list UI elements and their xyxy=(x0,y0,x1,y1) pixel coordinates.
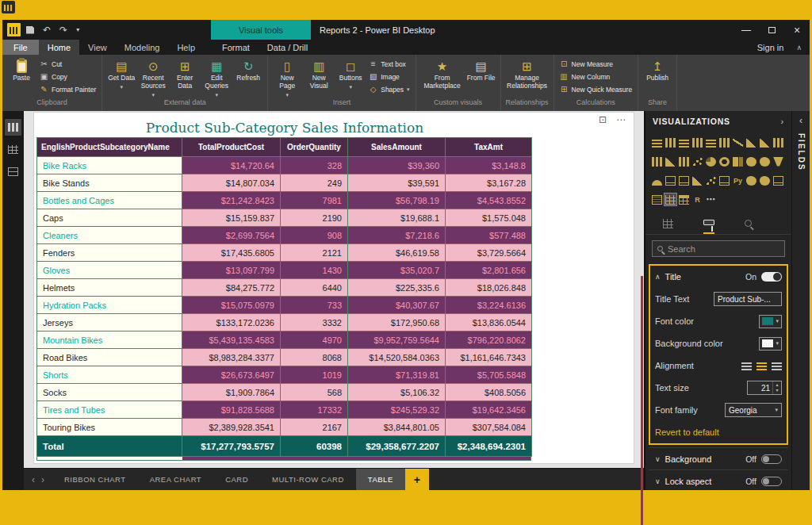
stepper-arrows-icon[interactable]: ▴▾ xyxy=(772,381,781,394)
viz-icon[interactable]: Py xyxy=(732,174,744,186)
tab-analytics[interactable] xyxy=(745,213,752,234)
sign-in-link[interactable]: Sign in xyxy=(757,43,784,52)
from-file-button[interactable]: ▤ From File xyxy=(466,56,496,82)
align-left-button[interactable] xyxy=(741,362,752,370)
minimize-button[interactable]: — xyxy=(733,20,759,40)
viz-icon[interactable] xyxy=(691,136,703,148)
viz-icon[interactable]: ⋯ xyxy=(705,194,717,205)
viz-icon[interactable] xyxy=(705,136,717,148)
format-painter-button[interactable]: ✎Format Painter xyxy=(40,84,96,94)
expand-section-icon[interactable]: ∨ xyxy=(655,477,661,485)
page-tab[interactable]: CARD xyxy=(213,469,260,490)
data-view-button[interactable] xyxy=(5,141,21,158)
file-menu-button[interactable]: File xyxy=(2,40,39,55)
new-visual-button[interactable]: ▥ New Visual xyxy=(304,56,334,90)
customize-toolbar-caret-icon[interactable]: ▾ xyxy=(76,26,79,33)
ribbon-tab[interactable]: Home xyxy=(39,40,79,55)
collapse-visualizations-icon[interactable]: › xyxy=(781,117,784,126)
revert-to-default-link[interactable]: Revert to default xyxy=(655,427,719,437)
cut-button[interactable]: ✂Cut xyxy=(40,59,96,69)
ribbon-tab[interactable]: Help xyxy=(168,40,204,55)
viz-icon[interactable] xyxy=(745,155,757,167)
save-icon[interactable] xyxy=(26,26,34,34)
enter-data-button[interactable]: ⊞ Enter Data xyxy=(170,56,200,90)
format-search-box[interactable] xyxy=(652,240,785,257)
background-color-dropdown[interactable]: ▾ xyxy=(759,337,782,351)
refresh-button[interactable]: ↻ Refresh xyxy=(233,56,263,82)
close-button[interactable]: × xyxy=(784,20,810,40)
viz-icon[interactable]: R xyxy=(691,194,703,205)
column-header[interactable]: TotalProductCost xyxy=(182,138,281,157)
viz-icon[interactable] xyxy=(772,174,784,186)
expand-fields-icon[interactable]: ‹ xyxy=(799,115,802,126)
viz-icon[interactable] xyxy=(718,136,730,148)
new-column-button[interactable]: ▥New Column xyxy=(560,71,633,82)
new-measure-button[interactable]: ⊡New Measure xyxy=(560,59,633,69)
new-page-button[interactable]: ▯ New Page ▾ xyxy=(272,56,302,98)
maximize-button[interactable] xyxy=(759,20,784,40)
new-quick-measure-button[interactable]: ⊞New Quick Measure xyxy=(560,84,633,94)
ribbon-tab[interactable]: Modeling xyxy=(116,40,169,55)
viz-icon[interactable] xyxy=(772,155,784,167)
background-toggle[interactable] xyxy=(761,454,782,464)
collapse-section-icon[interactable]: ∧ xyxy=(655,273,661,281)
contextual-ribbon-tab[interactable]: Format xyxy=(213,40,259,55)
buttons-button[interactable]: ◻ Buttons ▾ xyxy=(335,56,366,90)
next-page-arrow-icon[interactable]: › xyxy=(41,474,44,485)
viz-icon[interactable] xyxy=(732,136,744,148)
image-button[interactable]: ▧Image xyxy=(369,71,409,82)
viz-icon[interactable] xyxy=(651,136,663,148)
viz-icon[interactable] xyxy=(691,174,703,186)
collapse-ribbon-icon[interactable]: ∧ xyxy=(796,44,802,52)
tab-fields[interactable] xyxy=(663,213,673,234)
viz-icon[interactable] xyxy=(705,174,717,186)
shapes-button[interactable]: ◇Shapes▾ xyxy=(369,84,409,94)
new-page-tab-button[interactable]: + xyxy=(405,469,429,490)
edit-queries-button[interactable]: ▦ Edit Queries ▾ xyxy=(201,56,232,98)
taskbar-app-icon[interactable] xyxy=(2,1,15,13)
more-options-icon[interactable]: ⋯ xyxy=(616,115,626,125)
model-view-button[interactable] xyxy=(5,163,21,180)
publish-button[interactable]: ↥ Publish xyxy=(642,56,672,82)
tab-format[interactable] xyxy=(703,213,714,234)
expand-section-icon[interactable]: ∨ xyxy=(655,455,661,463)
viz-icon[interactable] xyxy=(678,194,690,205)
text-size-stepper[interactable]: 21 ▴▾ xyxy=(747,381,782,395)
page-tab[interactable]: RIBBON CHART xyxy=(52,469,138,490)
viz-icon[interactable] xyxy=(759,174,771,186)
table-visual[interactable]: Product Sub-Category Sales Information E… xyxy=(35,118,534,461)
page-tab[interactable]: TABLE xyxy=(356,469,405,490)
copy-button[interactable]: ▣Copy xyxy=(40,71,96,82)
viz-icon[interactable] xyxy=(678,136,690,148)
title-toggle[interactable] xyxy=(761,272,782,282)
viz-icon[interactable] xyxy=(665,155,676,167)
align-center-button[interactable] xyxy=(756,362,767,370)
viz-icon[interactable] xyxy=(651,174,663,186)
ribbon-tab[interactable]: View xyxy=(79,40,116,55)
page-tab[interactable]: AREA CHART xyxy=(138,469,214,490)
viz-icon[interactable] xyxy=(745,174,757,186)
text-box-button[interactable]: ≡Text box xyxy=(369,59,409,69)
column-header[interactable]: SalesAmount xyxy=(348,138,446,157)
undo-icon[interactable]: ↶ xyxy=(43,25,51,35)
viz-icon[interactable] xyxy=(691,155,703,167)
font-color-dropdown[interactable]: ▾ xyxy=(759,315,782,328)
viz-icon[interactable] xyxy=(678,174,690,186)
viz-icon[interactable] xyxy=(718,155,730,167)
title-text-input[interactable] xyxy=(714,292,782,306)
from-marketplace-button[interactable]: ★ From Marketplace xyxy=(420,56,465,90)
get-data-button[interactable]: ▤ Get Data ▾ xyxy=(106,56,136,90)
viz-icon[interactable] xyxy=(678,155,690,167)
report-view-button[interactable] xyxy=(5,119,21,136)
redo-icon[interactable]: ↷ xyxy=(59,25,67,35)
viz-icon[interactable] xyxy=(665,194,676,205)
page-tab[interactable]: MULTI-ROW CARD xyxy=(260,469,356,490)
align-right-button[interactable] xyxy=(772,362,782,370)
focus-mode-icon[interactable]: ⊡ xyxy=(599,115,607,125)
report-page[interactable]: ⊡ ⋯ Product Sub-Category Sales Informati… xyxy=(34,113,634,463)
viz-icon[interactable] xyxy=(759,136,771,148)
viz-icon[interactable] xyxy=(759,155,771,167)
viz-icon[interactable] xyxy=(665,174,676,186)
viz-icon[interactable] xyxy=(651,155,663,167)
font-family-dropdown[interactable]: Georgia ▾ xyxy=(725,403,782,417)
